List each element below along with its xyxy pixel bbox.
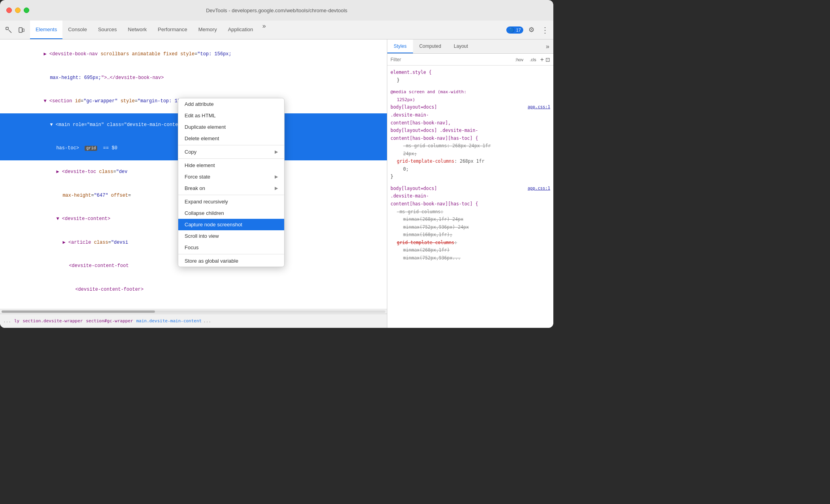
traffic-lights [6, 8, 29, 13]
main-content-area: ▶ <devsite-book-nav scrollbars animatabl… [0, 39, 553, 328]
styles-filter-input[interactable] [390, 57, 511, 62]
elements-panel: ▶ <devsite-book-nav scrollbars animatabl… [0, 39, 387, 328]
rule-selector: element.style { [390, 69, 550, 77]
rule-selector-cont2: body[layout=docs] .devsite-main- [390, 127, 550, 135]
menu-item-delete[interactable]: Delete element [178, 133, 284, 144]
inspect-icon[interactable] [3, 24, 14, 36]
prop-grid-val1: minmax(268px,1fr) [390, 246, 550, 254]
menu-item-duplicate[interactable]: Duplicate element [178, 121, 284, 133]
menu-item-store-global[interactable]: Store as global variable [178, 255, 284, 267]
prop-strikethrough-group: -ms-grid-columns: [390, 208, 550, 216]
rule-selectors: .devsite-main- [390, 111, 550, 119]
rule-source-link2[interactable]: app.css:1 [528, 185, 550, 192]
rule-selector-cont3: content[has-book-nav][has-toc] { [390, 135, 550, 143]
device-icon[interactable] [16, 24, 27, 36]
menu-divider [178, 158, 284, 159]
minimize-button[interactable] [15, 8, 21, 13]
menu-item-hide[interactable]: Hide element [178, 160, 284, 171]
filter-bar: :hov .cls + ⊡ [387, 54, 553, 66]
tab-styles[interactable]: Styles [387, 39, 413, 53]
rule-source-link[interactable]: app.css:1 [528, 103, 550, 111]
right-tabs-more[interactable]: » [542, 39, 553, 53]
menu-item-break-on[interactable]: Break on ▶ [178, 182, 284, 194]
media-query-line2: 1252px) [390, 96, 550, 104]
tab-application[interactable]: Application [223, 21, 259, 39]
rule-prop-important: grid-template-columns: 268px 1fr [390, 158, 550, 165]
maximize-button[interactable] [24, 8, 29, 13]
rule-selector-line: body[layout=docs] app.css:1 [390, 185, 550, 193]
more-tabs-button[interactable]: » [258, 21, 270, 32]
menu-item-focus[interactable]: Focus [178, 242, 284, 253]
menu-divider [178, 145, 284, 145]
menu-item-capture-screenshot[interactable]: Capture node screenshot [178, 219, 284, 230]
styles-content: element.style { } @media screen and (max… [387, 66, 553, 328]
menu-item-copy[interactable]: Copy ▶ [178, 146, 284, 158]
rule-selector-line3: content[has-book-nav][has-toc] { [390, 200, 550, 208]
tab-sources[interactable]: Sources [92, 21, 123, 39]
media-query-line: @media screen and (max-width: [390, 88, 550, 96]
context-menu-overlay: Add attribute Edit as HTML Duplicate ele… [0, 39, 387, 328]
rule-close: } [390, 173, 550, 181]
prop-grid-strikethrough: grid-template-columns: [390, 239, 550, 247]
menu-item-expand[interactable]: Expand recursively [178, 196, 284, 207]
submenu-arrow: ▶ [275, 186, 278, 191]
menu-item-add-attribute[interactable]: Add attribute [178, 98, 284, 110]
rule-selector-line2: .devsite-main- [390, 192, 550, 200]
prop-strikethrough-val1: minmax(268px,1fr) 24px [390, 216, 550, 224]
rule-prop-strikethrough2: 24px; [390, 150, 550, 158]
notification-badge[interactable]: 🔵 17 [506, 26, 523, 34]
tab-console[interactable]: Console [62, 21, 92, 39]
styles-tabs: Styles Computed Layout » [387, 39, 553, 54]
menu-divider [178, 195, 284, 195]
menu-item-scroll-into-view[interactable]: Scroll into view [178, 230, 284, 242]
rule-selector-cont: content[has-book-nav], [390, 119, 550, 127]
titlebar: DevTools - developers.google.com/web/too… [0, 0, 553, 21]
styles-panel: Styles Computed Layout » :hov .cls + [387, 39, 553, 328]
tab-performance[interactable]: Performance [152, 21, 192, 39]
hov-button[interactable]: :hov [513, 56, 526, 63]
badge-icon: 🔵 [509, 27, 515, 33]
style-rule-element: element.style { } [390, 69, 550, 84]
devtools-window: Elements Console Sources Network Perform… [0, 21, 553, 328]
menu-item-force-state[interactable]: Force state ▶ [178, 171, 284, 182]
prop-grid-val2: minmax(752px,936px... [390, 254, 550, 262]
tab-computed[interactable]: Computed [413, 39, 447, 53]
rule-prop-val2: 0; [390, 165, 550, 173]
submenu-arrow: ▶ [275, 174, 278, 179]
tab-network[interactable]: Network [123, 21, 153, 39]
context-menu: Add attribute Edit as HTML Duplicate ele… [178, 98, 285, 267]
style-rule-media1: @media screen and (max-width: 1252px) bo… [390, 88, 550, 181]
tabbar-icons [3, 21, 27, 39]
prop-strikethrough-val2: minmax(752px,936px) 24px [390, 224, 550, 231]
toggle-styles-button[interactable]: ⊡ [545, 56, 550, 63]
svg-rect-0 [6, 27, 8, 30]
close-button[interactable] [6, 8, 12, 13]
menu-item-edit-html[interactable]: Edit as HTML [178, 110, 284, 121]
svg-rect-1 [19, 28, 22, 32]
rule-prop-strikethrough: -ms-grid-columns: 268px 24px 1fr [390, 142, 550, 150]
add-style-button[interactable]: + [540, 56, 544, 63]
more-options-button[interactable]: ⋮ [539, 24, 550, 36]
tabbar-right-actions: 🔵 17 ⚙ ⋮ [506, 21, 550, 39]
svg-rect-2 [23, 29, 24, 32]
cls-button[interactable]: .cls [527, 56, 539, 63]
settings-button[interactable]: ⚙ [526, 24, 537, 36]
window-title: DevTools - developers.google.com/web/too… [206, 8, 347, 13]
menu-item-collapse[interactable]: Collapse children [178, 207, 284, 219]
menu-divider [178, 254, 284, 254]
rule-source-line: body[layout=docs] app.css:1 [390, 103, 550, 111]
submenu-arrow: ▶ [275, 149, 278, 154]
style-rule-2: body[layout=docs] app.css:1 .devsite-mai… [390, 185, 550, 262]
badge-count: 17 [516, 28, 521, 32]
tab-elements[interactable]: Elements [30, 21, 62, 39]
tab-layout[interactable]: Layout [447, 39, 474, 53]
prop-strikethrough-val3: minmax(160px,1fr); [390, 231, 550, 239]
tab-memory[interactable]: Memory [193, 21, 223, 39]
devtools-tabbar: Elements Console Sources Network Perform… [0, 21, 553, 39]
rule-close: } [390, 77, 550, 85]
